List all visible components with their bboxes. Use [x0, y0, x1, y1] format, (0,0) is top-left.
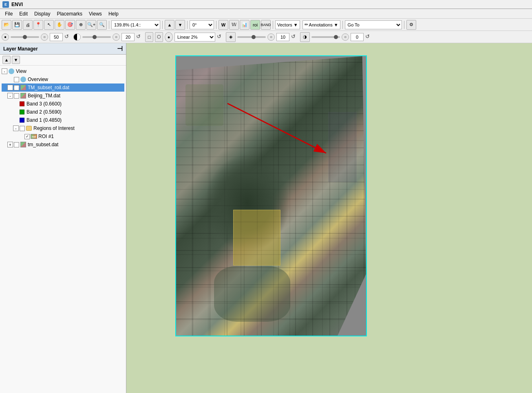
menu-views[interactable]: Views — [86, 10, 105, 18]
map-viewport[interactable] — [126, 43, 532, 393]
expand-tm-subset[interactable]: + — [7, 142, 13, 147]
brightness-refresh[interactable]: ↺ — [64, 33, 72, 41]
transparency-refresh[interactable]: ↺ — [365, 33, 373, 41]
tm-subset-icon — [20, 141, 26, 148]
view-label: View — [16, 68, 26, 74]
sharpen-input[interactable] — [276, 33, 289, 41]
checkbox-tm-subset[interactable] — [14, 142, 19, 147]
roi1-icon: roi — [31, 133, 37, 140]
checkbox-roi1[interactable]: ✓ — [24, 134, 30, 139]
layer-item-tm-subset[interactable]: + tm_subset.dat — [2, 141, 124, 149]
layer-item-band1[interactable]: Band 1 (0.4850) — [2, 116, 124, 124]
satellite-image — [176, 56, 366, 336]
annotations-dropdown[interactable]: ✏ Annotations ▼ — [302, 20, 340, 29]
stretch-hex-button[interactable]: ⬡ — [155, 32, 163, 42]
w-button[interactable]: W — [219, 20, 228, 30]
wave-button[interactable]: 𝕎 — [229, 20, 239, 30]
transparency-input[interactable] — [351, 33, 364, 41]
layer-item-tm-roil[interactable]: - ✓ TM_subset_roil.dat — [2, 83, 124, 92]
annotations-label: Annotations — [309, 22, 333, 27]
zoom-in-button[interactable]: 🔍+ — [86, 20, 96, 30]
contrast-slider[interactable] — [82, 36, 111, 38]
open-button[interactable]: 📂 — [2, 20, 11, 30]
transparency-slider[interactable] — [311, 36, 340, 38]
separator5 — [273, 21, 273, 29]
nav-down-button[interactable]: ▼ — [12, 56, 20, 64]
sharpen-increase[interactable]: ○ — [267, 33, 275, 41]
band3-icon — [19, 101, 25, 107]
print-button[interactable]: 🖨 — [23, 20, 33, 30]
expand-beijing[interactable]: - — [7, 93, 13, 99]
menu-file[interactable]: File — [2, 10, 16, 18]
pan-button[interactable]: ✋ — [55, 20, 64, 30]
tm-roil-label: TM_subset_roil.dat — [28, 85, 69, 90]
menubar: File Edit Display Placemarks Views Help — [0, 9, 532, 19]
layer-manager-title: Layer Manager — [3, 46, 38, 52]
contrast-refresh[interactable]: ↺ — [136, 33, 143, 41]
rotation-select[interactable]: 0° — [190, 20, 214, 29]
extra-button[interactable]: ⚙ — [406, 20, 416, 30]
brightness-decrease[interactable]: ● — [2, 33, 9, 41]
band1-label: Band 1 (0.4850) — [26, 117, 62, 123]
band2-icon — [19, 109, 25, 115]
main-area: Layer Manager ⊣ ▲ ▼ - View + — [0, 43, 532, 393]
layer-item-roi1[interactable]: ✓ roi ROI #1 — [2, 132, 124, 141]
chart-button[interactable]: 📊 — [240, 20, 249, 30]
layer-manager-pin[interactable]: ⊣ — [117, 45, 123, 53]
layer-manager-controls: ▲ ▼ — [0, 55, 126, 66]
contrast-increase[interactable]: ○ — [113, 33, 120, 41]
menu-display[interactable]: Display — [31, 10, 53, 18]
bands-button[interactable]: BAND — [261, 20, 271, 30]
nav-up-button[interactable]: ▲ — [2, 56, 11, 64]
brightness-slider[interactable] — [11, 36, 39, 38]
expand-tm-roil[interactable]: - — [7, 85, 13, 90]
save-button[interactable]: 💾 — [12, 20, 22, 30]
stretch-refresh[interactable]: ↺ — [217, 33, 224, 41]
app-icon: E — [2, 1, 9, 8]
sharpen-refresh[interactable]: ↺ — [291, 33, 298, 41]
zoom-up-button[interactable]: ▲ — [165, 20, 174, 30]
zoom-area-button[interactable]: 🔍 — [97, 20, 107, 30]
checkbox-overview[interactable] — [14, 77, 19, 82]
layer-item-band2[interactable]: Band 2 (0.5690) — [2, 108, 124, 116]
checkbox-beijing[interactable] — [14, 93, 19, 99]
sharpen-slider[interactable] — [237, 36, 266, 38]
layer-item-beijing[interactable]: - Beijing_TM.dat — [2, 92, 124, 100]
menu-placemarks[interactable]: Placemarks — [53, 10, 86, 18]
separator6 — [342, 21, 343, 29]
toolbar1: 📂 💾 🖨 📍 ↖ ✋ 🎯 ⊕ 🔍+ 🔍 139.8% (1.4:: ▲ ▼ 0… — [0, 19, 532, 31]
checkbox-tm-roil[interactable]: ✓ — [14, 85, 19, 90]
zoom-select[interactable]: 139.8% (1.4:: — [111, 20, 160, 29]
layer-item-overview[interactable]: + Overview — [2, 75, 124, 83]
contrast-input[interactable] — [121, 33, 135, 41]
transparency-increase[interactable]: ○ — [342, 33, 349, 41]
brightness-increase[interactable]: ○ — [41, 33, 48, 41]
checkbox-roi[interactable] — [20, 126, 25, 131]
stretch-circle-button[interactable]: ● — [165, 32, 173, 42]
overview-label: Overview — [28, 77, 48, 82]
goto-select[interactable]: Go To — [345, 20, 402, 29]
select-button[interactable]: ↖ — [44, 20, 54, 30]
menu-help[interactable]: Help — [105, 10, 122, 18]
beijing-label: Beijing_TM.dat — [28, 93, 60, 99]
target-button[interactable]: 🎯 — [65, 20, 75, 30]
expand-view[interactable]: - — [2, 68, 7, 74]
map-canvas[interactable] — [175, 55, 367, 336]
stretch-left-button[interactable]: □ — [145, 32, 153, 42]
stretch-select[interactable]: Linear 2% Linear Equalization Gaussian — [174, 33, 215, 42]
layer-item-view[interactable]: - View — [2, 67, 124, 75]
expand-roi[interactable]: - — [13, 125, 19, 131]
brightness-input[interactable] — [50, 33, 63, 41]
sharpen-slider-track — [237, 36, 266, 38]
pin-button[interactable]: 📍 — [33, 20, 43, 30]
vectors-label: Vectors — [277, 22, 292, 27]
circle-button[interactable]: ⊕ — [76, 20, 86, 30]
zoom-down-button[interactable]: ▼ — [175, 20, 185, 30]
layer-item-roi-group[interactable]: - Regions of Interest — [2, 124, 124, 132]
roi-button[interactable]: roi — [250, 20, 260, 30]
menu-edit[interactable]: Edit — [16, 10, 31, 18]
separator3 — [187, 21, 188, 29]
vectors-dropdown[interactable]: Vectors ▼ — [275, 20, 300, 29]
layer-item-band3[interactable]: Band 3 (0.6600) — [2, 100, 124, 108]
view-icon — [8, 68, 15, 75]
